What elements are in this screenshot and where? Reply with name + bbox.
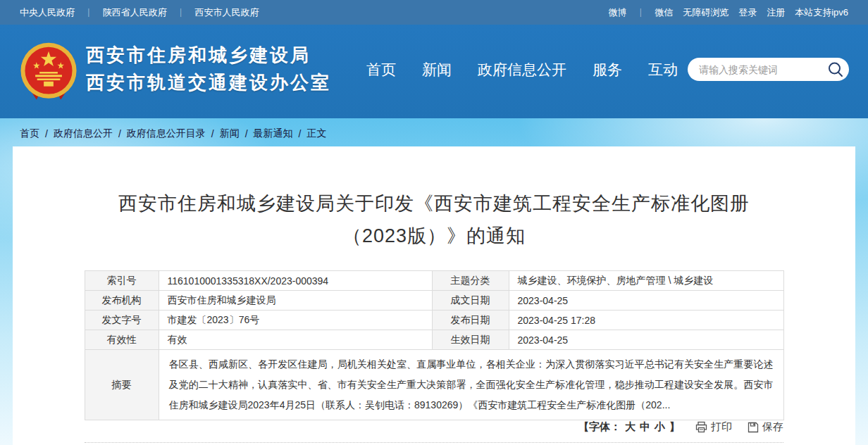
font-size-prefix: 【字体： [578,420,621,434]
meta-label-publish-date: 发布日期 [432,311,509,330]
link-accessibility[interactable]: 无障碍浏览 [683,6,728,19]
save-label: 保存 [762,420,783,434]
breadcrumb-separator: / [118,128,121,139]
meta-value-written-date: 2023-04-25 [509,291,783,311]
breadcrumb-current: 正文 [306,127,326,140]
article-card: 西安市住房和城乡建设局关于印发《西安市建筑工程安全生产标准化图册 （2023版）… [13,146,855,445]
search-box [688,58,849,81]
nav-gov-info[interactable]: 政府信息公开 [478,60,566,80]
printer-icon [695,421,707,433]
meta-value-validity: 有效 [159,330,432,350]
breadcrumb-gov-info[interactable]: 政府信息公开 [54,127,113,140]
meta-label-effective-date: 生效日期 [432,330,509,350]
meta-label-topic-category: 主题分类 [432,271,509,291]
breadcrumb-latest-notice[interactable]: 最新通知 [254,127,293,140]
separator: ｜ [636,6,645,18]
topbar-right-links: 微博 ｜ 微信 无障碍浏览 登录 注册 本站支持ipv6 [608,6,848,19]
font-size-control: 【字体： 大 中 小 】 [578,420,680,434]
top-utility-bar: 中央人民政府 ｜ 陕西省人民政府 ｜ 西安市人民政府 微博 ｜ 微信 无障碍浏览… [0,0,868,25]
dotted-divider [85,442,783,443]
table-row: 索引号 1161010001335318XX/2023-000394 主题分类 … [85,271,783,291]
page: 中央人民政府 ｜ 陕西省人民政府 ｜ 西安市人民政府 微博 ｜ 微信 无障碍浏览… [0,0,868,445]
breadcrumb-home[interactable]: 首页 [20,127,39,140]
table-row: 发布机构 西安市住房和城乡建设局 成文日期 2023-04-25 [85,291,783,311]
save-icon [748,422,759,433]
meta-label-index-number: 索引号 [85,271,159,291]
site-header: 西安市住房和城乡建设局 西安市轨道交通建设办公室 首页 新闻 政府信息公开 服务… [0,25,868,118]
site-title-line2: 西安市轨道交通建设办公室 [86,69,331,96]
breadcrumb: 首页 / 政府信息公开 / 政府信息公开目录 / 新闻 / 最新通知 / 正文 [20,127,326,140]
meta-value-issuing-agency: 西安市住房和城乡建设局 [159,291,432,311]
font-size-medium-button[interactable]: 中 [640,420,650,434]
article-toolbar: 【字体： 大 中 小 】 打印 [578,420,783,434]
content-background: 首页 / 政府信息公开 / 政府信息公开目录 / 新闻 / 最新通知 / 正文 … [0,118,868,445]
document-meta-table: 索引号 1161010001335318XX/2023-000394 主题分类 … [85,270,784,420]
breadcrumb-news[interactable]: 新闻 [220,127,240,140]
table-row: 发文字号 市建发〔2023〕76号 发布日期 2023-04-25 17:28 [85,311,783,330]
breadcrumb-gov-info-catalog[interactable]: 政府信息公开目录 [127,127,206,140]
nav-services[interactable]: 服务 [593,60,622,80]
breadcrumb-separator: / [245,128,248,139]
meta-label-summary: 摘要 [85,350,159,420]
nav-news[interactable]: 新闻 [422,60,452,80]
link-central-government[interactable]: 中央人民政府 [20,6,75,19]
breadcrumb-separator: / [211,128,214,139]
breadcrumb-separator: / [299,128,302,139]
table-row: 摘要 各区县、西咸新区、各开发区住建局，局机关相关处室、直属事业单位，各相关企业… [85,350,783,420]
link-xian-government[interactable]: 西安市人民政府 [195,6,259,19]
save-button[interactable]: 保存 [748,420,783,434]
article-title: 西安市住房和城乡建设局关于印发《西安市建筑工程安全生产标准化图册 （2023版）… [13,187,855,252]
search-input[interactable] [699,64,826,75]
topbar-left-links: 中央人民政府 ｜ 陕西省人民政府 ｜ 西安市人民政府 [20,6,259,19]
link-shaanxi-government[interactable]: 陕西省人民政府 [103,6,167,19]
link-ipv6[interactable]: 本站支持ipv6 [795,6,848,19]
link-wechat[interactable]: 微信 [655,6,673,19]
link-register[interactable]: 注册 [767,6,785,19]
print-button[interactable]: 打印 [695,420,732,434]
meta-value-document-number: 市建发〔2023〕76号 [159,311,432,330]
nav-interaction[interactable]: 互动 [648,60,678,80]
nav-home[interactable]: 首页 [366,60,396,80]
meta-value-effective-date: 2023-04-25 [509,330,783,350]
article-title-line1: 西安市住房和城乡建设局关于印发《西安市建筑工程安全生产标准化图册 [13,187,855,220]
site-title-line1: 西安市住房和城乡建设局 [86,42,331,69]
meta-label-written-date: 成文日期 [432,291,509,311]
meta-label-validity: 有效性 [85,330,159,350]
main-nav: 首页 新闻 政府信息公开 服务 互动 [366,60,678,80]
breadcrumb-separator: / [45,128,48,139]
separator: ｜ [177,6,185,18]
meta-value-topic-category: 城乡建设、环境保护、房地产管理 \ 城乡建设 [509,271,783,291]
font-size-large-button[interactable]: 大 [625,420,636,434]
national-emblem-logo [18,39,79,104]
print-label: 打印 [711,420,732,434]
meta-value-index-number: 1161010001335318XX/2023-000394 [159,271,432,291]
article-title-line2: （2023版）》的通知 [13,220,855,252]
meta-label-issuing-agency: 发布机构 [85,291,159,311]
link-login[interactable]: 登录 [738,6,757,19]
link-weibo[interactable]: 微博 [608,6,626,19]
meta-value-summary: 各区县、西咸新区、各开发区住建局，局机关相关处室、直属事业单位，各相关企业：为深… [159,350,783,420]
table-row: 有效性 有效 生效日期 2023-04-25 [85,330,783,350]
separator: ｜ [85,6,93,18]
meta-label-document-number: 发文字号 [85,311,159,330]
search-icon[interactable] [826,61,845,79]
meta-value-publish-date: 2023-04-25 17:28 [509,311,783,330]
font-size-suffix: 】 [669,420,680,434]
font-size-small-button[interactable]: 小 [655,420,665,434]
site-title: 西安市住房和城乡建设局 西安市轨道交通建设办公室 [86,42,331,96]
